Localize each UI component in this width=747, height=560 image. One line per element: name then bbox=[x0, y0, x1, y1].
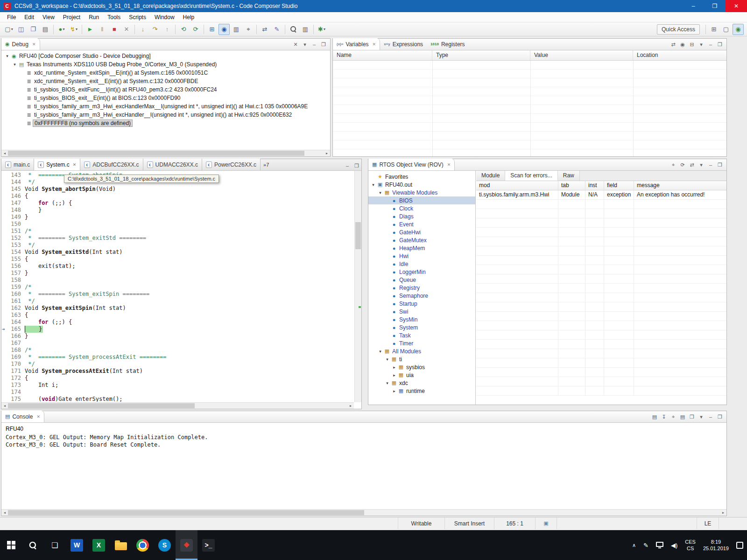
disconnect-button[interactable]: ✕ bbox=[121, 24, 132, 35]
code-line[interactable]: 147 for (;;) { bbox=[1, 200, 354, 207]
rov-tree-item[interactable]: ●Startup bbox=[368, 300, 475, 308]
rov-tree-item[interactable]: ▾▦All Modules bbox=[368, 347, 475, 355]
rov-tree-item[interactable]: ▾▦ti bbox=[368, 355, 475, 363]
code-line[interactable]: 166} bbox=[1, 333, 354, 340]
code-line[interactable]: 172{ bbox=[1, 375, 354, 382]
debug-tree-item[interactable]: ▾▤Texas Instruments XDS110 USB Debug Pro… bbox=[1, 60, 330, 69]
rov-tree-item[interactable]: ▸▦uia bbox=[368, 371, 475, 379]
minimize-button[interactable]: – bbox=[683, 0, 704, 12]
debug-tree-item[interactable]: ≣xdc_runtime_System_exitSpin__E(int)() a… bbox=[1, 69, 330, 77]
rov-tree-item[interactable]: ●System bbox=[368, 323, 475, 331]
view-menu-icon[interactable]: ▾ bbox=[697, 40, 706, 49]
code-line[interactable]: 159/* bbox=[1, 284, 354, 291]
terminate-button[interactable]: ■ bbox=[109, 24, 120, 35]
editor-status-icon[interactable]: ▣ bbox=[543, 520, 548, 526]
expander-icon[interactable]: ▾ bbox=[370, 182, 376, 187]
resume-button[interactable]: ► bbox=[85, 24, 96, 35]
rov-tree-item[interactable]: ●Timer bbox=[368, 339, 475, 347]
code-line[interactable]: 148 } bbox=[1, 207, 354, 214]
view-menu-icon[interactable]: ▾ bbox=[697, 412, 706, 421]
rov-tree-item[interactable]: ●Semaphore bbox=[368, 292, 475, 300]
debug-tree-item[interactable]: ≣ti_sysbios_family_arm_m3_Hwi_excHandler… bbox=[1, 102, 330, 111]
pen-icon[interactable]: ✎ bbox=[640, 530, 652, 560]
expander-icon[interactable]: ▾ bbox=[377, 190, 383, 195]
step-into-button[interactable]: ↓ bbox=[137, 24, 148, 35]
editor-body[interactable]: 143 * ======== System_abortSpin ========… bbox=[1, 171, 361, 409]
editor-tab-overflow[interactable]: »7 bbox=[261, 162, 272, 168]
new-file-button[interactable]: ▢▾ bbox=[3, 24, 14, 35]
network-icon[interactable] bbox=[652, 530, 667, 560]
minimize-icon[interactable]: – bbox=[706, 412, 715, 421]
maximize-icon[interactable]: ❐ bbox=[319, 40, 328, 49]
code-line[interactable]: 145Void System_abortSpin(Void) bbox=[1, 186, 354, 193]
maximize-icon[interactable]: ❐ bbox=[715, 40, 725, 49]
close-button[interactable]: ✕ bbox=[726, 0, 747, 12]
scrollbar-track[interactable] bbox=[8, 150, 324, 156]
rov-tree-item[interactable]: ●GateMutex bbox=[368, 236, 475, 244]
scroll-left-icon[interactable]: ◂ bbox=[1, 404, 8, 408]
editor-tab-ADCBufCC26XX.c[interactable]: cADCBufCC26XX.c bbox=[80, 159, 143, 170]
taskbar-start-button[interactable] bbox=[0, 530, 22, 560]
expander-icon[interactable]: ▸ bbox=[391, 365, 397, 370]
maximize-editor-icon[interactable]: ❐ bbox=[352, 161, 361, 170]
debug-tree-item[interactable]: ≣0xFFFFFFF8 (no symbols are defined) bbox=[1, 119, 330, 127]
expander-icon[interactable]: ▾ bbox=[384, 381, 390, 385]
variables-tab-variables[interactable]: (x)=Variables✕ bbox=[333, 38, 380, 50]
clock[interactable]: 8:19 25.01.2019 bbox=[699, 530, 733, 560]
menu-view[interactable]: View bbox=[38, 12, 59, 22]
code-line[interactable]: 175 (void)Gate_enterSystem(); bbox=[1, 396, 354, 402]
minimize-icon[interactable]: – bbox=[310, 40, 319, 49]
pin-icon[interactable]: ⌖ bbox=[669, 160, 678, 169]
column-header-type[interactable]: Type bbox=[432, 50, 530, 60]
flash-button[interactable]: ↯▾ bbox=[68, 24, 79, 35]
refresh-button[interactable]: ⟳ bbox=[190, 24, 201, 35]
code-line[interactable]: 173 Int i; bbox=[1, 382, 354, 389]
minimize-icon[interactable]: – bbox=[706, 160, 715, 169]
language-indicator[interactable]: CES CS bbox=[681, 530, 699, 560]
display-selected-console-icon[interactable]: ▤ bbox=[678, 412, 687, 421]
pin-button[interactable]: ⌖ bbox=[243, 24, 254, 35]
close-icon[interactable]: ✕ bbox=[373, 42, 376, 47]
taskbar-chrome-button[interactable] bbox=[132, 530, 154, 560]
annotation-marker[interactable] bbox=[359, 306, 361, 308]
expander-icon[interactable]: ▾ bbox=[12, 62, 18, 67]
link-with-debug-icon[interactable]: ⇄ bbox=[687, 160, 697, 169]
rov-tree-item[interactable]: ●LoggerMin bbox=[368, 268, 475, 276]
column-header-inst[interactable]: inst bbox=[585, 181, 604, 190]
show-logical-structure-icon[interactable]: ◉ bbox=[678, 40, 687, 49]
column-header-location[interactable]: Location bbox=[633, 50, 726, 60]
step-return-button[interactable]: ↑ bbox=[162, 24, 173, 35]
clear-console-icon[interactable]: ▤ bbox=[650, 412, 659, 421]
editor-vertical-scrollbar[interactable] bbox=[354, 171, 361, 402]
code-line[interactable]: 151/* bbox=[1, 228, 354, 235]
highlight-button[interactable]: ✎ bbox=[271, 24, 282, 35]
watch-button[interactable]: ▥ bbox=[231, 24, 242, 35]
menu-edit[interactable]: Edit bbox=[20, 12, 38, 22]
rov-tree-item[interactable]: ▾▦Viewable Modules bbox=[368, 189, 475, 196]
rov-detail-tab-raw[interactable]: Raw bbox=[558, 171, 580, 181]
menu-window[interactable]: Window bbox=[150, 12, 179, 22]
scroll-left-icon[interactable]: ◂ bbox=[1, 151, 8, 155]
code-line[interactable]: 146{ bbox=[1, 193, 354, 200]
code-line[interactable]: 161 */ bbox=[1, 298, 354, 305]
close-icon[interactable]: ✕ bbox=[73, 162, 77, 167]
menu-file[interactable]: File bbox=[3, 12, 20, 22]
expander-icon[interactable]: ▾ bbox=[377, 349, 383, 354]
collapse-all-icon[interactable]: ⊟ bbox=[687, 40, 697, 49]
rov-tree-item[interactable]: ●Queue bbox=[368, 276, 475, 284]
taskbar-terminal-button[interactable]: >_ bbox=[197, 530, 219, 560]
scrollbar-track[interactable] bbox=[8, 403, 347, 409]
code-line[interactable]: 156 exit(stat); bbox=[1, 263, 354, 270]
menu-run[interactable]: Run bbox=[85, 12, 103, 22]
scroll-right-icon[interactable]: ▸ bbox=[720, 511, 726, 515]
code-line[interactable]: 157} bbox=[1, 270, 354, 277]
debug-tree-item[interactable]: ≣ti_sysbios_BIOS_exit__E(int)() at BIOS.… bbox=[1, 94, 330, 102]
rov-tree-item[interactable]: ●Hwi bbox=[368, 252, 475, 260]
code-line[interactable]: 174 bbox=[1, 389, 354, 396]
column-header-mod[interactable]: mod bbox=[476, 181, 558, 190]
column-header-name[interactable]: Name bbox=[333, 50, 432, 60]
taskbar-task-view-button[interactable]: ❏ bbox=[44, 530, 66, 560]
menu-help[interactable]: Help bbox=[179, 12, 199, 22]
rov-tree-item[interactable]: ▾▣RFU40.out bbox=[368, 181, 475, 189]
variables-tab-expressions[interactable]: x+yExpressions bbox=[380, 38, 427, 50]
